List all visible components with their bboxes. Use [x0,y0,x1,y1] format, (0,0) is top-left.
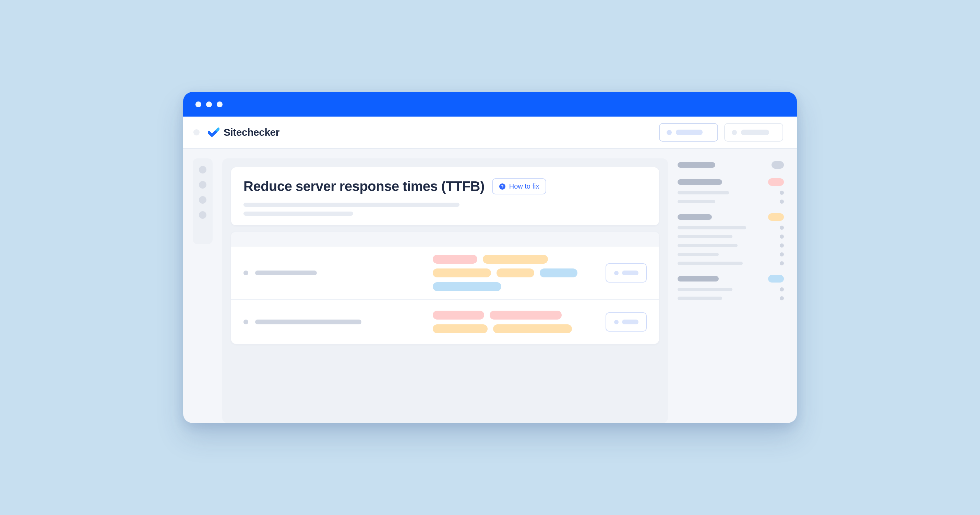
row-bullet-icon [243,319,248,324]
nav-item[interactable] [199,166,207,173]
page-title: Reduce server response times (TTFB) [243,179,485,194]
svg-text:?: ? [501,184,504,189]
side-item[interactable] [678,252,784,256]
side-item[interactable] [678,243,784,248]
brand[interactable]: Sitechecker [208,127,280,138]
issue-list [231,231,659,344]
row-action-button[interactable] [606,263,647,283]
count-pill [768,213,784,221]
window-control-dot[interactable] [196,102,201,107]
count-pill [768,275,784,283]
description-placeholder [243,211,353,216]
side-panel [678,158,784,423]
row-tags [433,255,590,291]
tag-chip [433,311,484,319]
question-icon: ? [499,183,506,190]
side-heading-placeholder [678,276,719,281]
side-item[interactable] [678,261,784,265]
side-item[interactable] [678,200,784,203]
tag-chip [433,269,491,277]
how-to-fix-button[interactable]: ? How to fix [492,178,546,194]
header-action-primary[interactable] [659,123,718,141]
description-placeholder [243,203,460,207]
side-heading-placeholder [678,162,715,168]
side-item[interactable] [678,296,784,300]
side-group [678,275,784,300]
tag-chip [540,269,578,277]
side-item[interactable] [678,287,784,291]
issue-card: Reduce server response times (TTFB) ? Ho… [231,167,659,225]
tag-chip [433,255,477,264]
row-tags [433,311,590,333]
window-titlebar [183,92,797,116]
how-to-fix-label: How to fix [509,183,539,190]
side-heading-placeholder [678,214,712,220]
side-heading-placeholder [678,179,722,185]
tag-chip [433,324,488,333]
window-control-dot[interactable] [206,102,212,107]
content-area: Reduce server response times (TTFB) ? Ho… [222,158,784,423]
side-item[interactable] [678,235,784,238]
side-group [678,161,784,169]
row-bullet-icon [243,270,248,275]
count-pill [768,178,784,186]
tag-chip [483,255,548,264]
list-item[interactable] [231,299,659,344]
nav-item[interactable] [199,181,207,189]
brand-name: Sitechecker [224,127,280,138]
side-item[interactable] [678,226,784,230]
row-label-placeholder [255,319,361,324]
side-group [678,213,784,265]
app-window: Sitechecker Reduce server response times… [183,92,797,423]
main-panel: Reduce server response times (TTFB) ? Ho… [222,158,668,423]
list-item[interactable] [231,246,659,299]
tag-chip [433,282,501,291]
brand-check-icon [208,127,220,137]
side-group [678,178,784,203]
nav-item[interactable] [199,196,207,203]
count-pill [772,161,784,169]
tag-chip [490,311,562,319]
app-header: Sitechecker [183,116,797,149]
app-body: Reduce server response times (TTFB) ? Ho… [183,149,797,423]
nav-rail [193,158,213,244]
window-control-dot[interactable] [217,102,223,107]
tag-chip [496,269,534,277]
row-label-placeholder [255,270,317,275]
nav-item[interactable] [199,211,207,219]
side-item[interactable] [678,191,784,195]
row-action-button[interactable] [606,312,647,332]
header-action-secondary[interactable] [724,123,783,141]
tag-chip [493,324,572,333]
menu-toggle-icon[interactable] [193,129,200,135]
